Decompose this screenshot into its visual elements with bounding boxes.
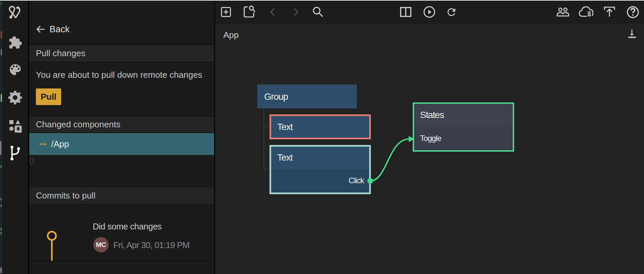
node-text-2[interactable]: Text Click [269,145,371,194]
help-button[interactable] [623,0,643,24]
activity-rail [2,0,29,274]
add-node-button[interactable] [216,0,236,24]
collaborators-button[interactable] [553,0,573,24]
plugins-icon[interactable] [8,35,23,50]
back-button[interactable]: Back [29,20,214,39]
canvas-tab-label[interactable]: App [223,30,239,40]
window-top-edge [0,0,644,1]
node-canvas[interactable]: App Group Text Text Click States Toggle [215,0,644,274]
node-text-2-label: Text [277,152,292,163]
noodl-logo-icon[interactable] [8,5,23,20]
canvas-toolbar [215,0,644,24]
ellipsis-icon [40,143,46,145]
deploy-button[interactable] [599,0,619,24]
node-group-label: Group [264,91,288,102]
node-states-label: States [420,110,444,120]
back-arrow-icon [36,25,45,34]
commit-avatar: MC [93,237,109,252]
commit-date: Fri, Apr 30, 01:19 PM [113,240,189,250]
nav-back-button[interactable] [266,0,279,24]
changed-components-header: Changed components [29,116,214,133]
node-text-1[interactable]: Text [269,114,371,139]
changed-component-label: /App [51,139,69,149]
node-text-1-label: Text [277,122,292,132]
commit-message: Did some changes [93,221,161,232]
preview-play-button[interactable] [419,0,439,24]
pull-changes-header: Pull changes [29,44,214,63]
pull-button[interactable]: Pull [36,88,61,105]
refresh-button[interactable] [441,0,462,24]
commit-graph-icon [29,205,92,261]
node-group[interactable]: Group [257,84,357,108]
version-control-icon[interactable] [8,146,23,160]
split-view-button[interactable] [396,0,416,24]
toggle-port-label[interactable]: Toggle [420,134,441,143]
search-button[interactable] [309,0,326,24]
cloud-services-button[interactable] [576,0,596,24]
commit-item[interactable]: Did some changes MC Fri, Apr 30, 01:19 P… [29,205,214,261]
settings-gear-icon[interactable] [8,90,23,105]
styles-palette-icon[interactable] [8,62,23,77]
commits-to-pull-header: Commits to pull [29,186,214,205]
back-label: Back [50,24,70,35]
search-components-button[interactable] [239,0,260,24]
pull-description: You are about to pull down remote change… [36,70,202,80]
node-states[interactable]: States Toggle [413,102,514,152]
click-port-label[interactable]: Click [349,176,364,185]
stray-zero-text: 0 [29,156,34,166]
noodl-editor-window: Back Pull changes You are about to pull … [0,0,644,274]
version-control-panel: Back Pull changes You are about to pull … [29,0,214,274]
components-icon[interactable] [8,118,23,133]
nav-forward-button[interactable] [289,0,303,24]
download-icon[interactable] [627,29,636,39]
background-window-edge [0,0,2,274]
changed-component-row[interactable]: /App [29,133,214,155]
